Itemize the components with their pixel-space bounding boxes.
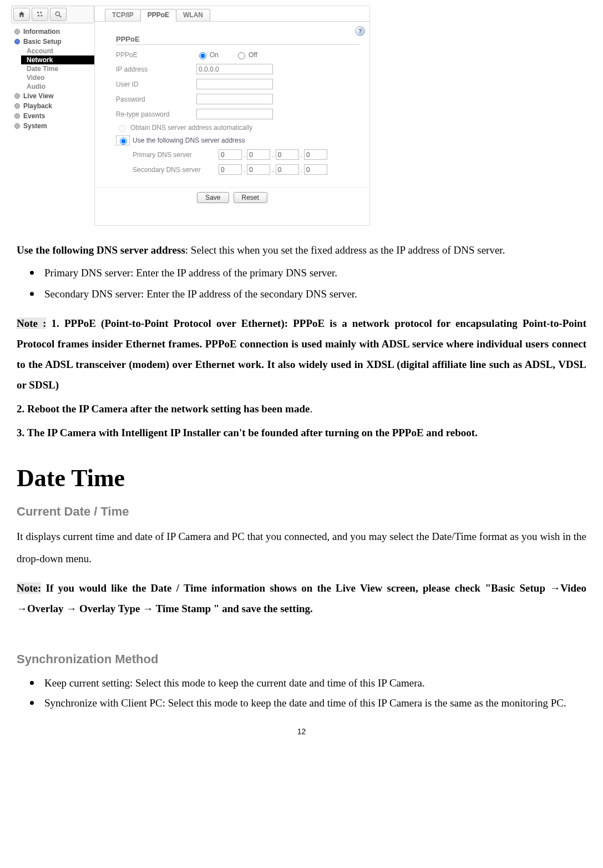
primary-oct3[interactable] — [276, 149, 299, 160]
nav-basic-setup[interactable]: Basic Setup — [11, 37, 94, 47]
bullet-secondary: Secondary DNS server: Enter the IP addre… — [41, 284, 586, 302]
radio-dns-manual-wrap — [116, 135, 130, 145]
nav-label: Playback — [23, 102, 52, 110]
nav-sub-date-time[interactable]: Date Time — [11, 64, 94, 73]
dns-bullets: Primary DNS server: Enter the IP address… — [17, 263, 586, 303]
tab-wlan[interactable]: WLAN — [176, 9, 210, 21]
sync-keep-text: Select this mode to keep the current dat… — [133, 677, 424, 689]
nav-live-view[interactable]: Live View — [11, 91, 94, 101]
label-secondary-dns: Secondary DNS server — [133, 166, 219, 174]
secondary-oct2[interactable] — [247, 164, 270, 175]
nav-label: Events — [23, 112, 45, 120]
secondary-oct3[interactable] — [276, 164, 299, 175]
nav-sub-video[interactable]: Video — [11, 73, 94, 82]
sidebar: Information Basic Setup Account Network … — [11, 6, 94, 132]
nav-label: Information — [23, 28, 60, 36]
dot: . — [272, 151, 273, 159]
dns-auto-label: Obtain DNS server address automatically — [130, 124, 252, 132]
note2-label: Note: — [17, 582, 41, 594]
secondary-oct1[interactable] — [219, 164, 242, 175]
help-icon[interactable]: ? — [355, 26, 365, 36]
dns-sub-rows: Primary DNS server . . . Secondary DNS s… — [116, 147, 359, 177]
note-block-datetime: Note: If you would like the Date / Time … — [17, 578, 586, 619]
radio-dns-auto — [119, 125, 126, 132]
dns-auto[interactable]: Obtain DNS server address automatically — [116, 122, 359, 134]
svg-point-0 — [55, 12, 59, 16]
row-pppoe: PPPoE On Off — [116, 48, 359, 62]
dot: . — [244, 166, 245, 174]
config-panel: TCP/IP PPPoE WLAN ? PPPoE PPPoE On Off I… — [94, 6, 370, 226]
svg-line-1 — [59, 16, 62, 18]
primary-oct1[interactable] — [219, 149, 242, 160]
radio-off-input[interactable] — [238, 52, 245, 59]
nav: Information Basic Setup Account Network … — [11, 26, 94, 132]
pppoe-radio-group: On Off — [196, 51, 257, 59]
nav-information[interactable]: Information — [11, 27, 94, 37]
row-password: Password — [116, 92, 359, 107]
note-block-1: Note : 1. PPPoE (Point-to-Point Protocol… — [17, 313, 586, 395]
tab-tcpip[interactable]: TCP/IP — [105, 9, 141, 21]
input-ip[interactable] — [196, 64, 273, 74]
input-repassword[interactable] — [196, 109, 273, 119]
nav-sub-account[interactable]: Account — [11, 47, 94, 55]
nav-label: System — [23, 122, 47, 130]
dns-manual[interactable]: Use the following DNS server address — [116, 134, 359, 147]
save-button[interactable]: Save — [197, 192, 229, 203]
nav-events[interactable]: Events — [11, 111, 94, 121]
para-current: It displays current time and date of IP … — [17, 526, 586, 570]
radio-dns-manual[interactable] — [120, 138, 127, 145]
sync-pc-bold: Synchronize with Client PC: — [44, 697, 165, 709]
dot: . — [301, 166, 302, 174]
input-password[interactable] — [196, 94, 273, 104]
tab-pppoe[interactable]: PPPoE — [140, 9, 176, 22]
nav-sub-audio[interactable]: Audio — [11, 82, 94, 91]
primary-oct4[interactable] — [304, 149, 327, 160]
sync-pc-text: Select this mode to keep the date and ti… — [165, 697, 566, 709]
subheading-sync: Synchronization Method — [17, 652, 586, 667]
label-ip: IP address — [116, 65, 196, 73]
note2-text: 2. Reboot the IP Camera after the networ… — [17, 403, 310, 415]
label-primary-dns: Primary DNS server — [133, 151, 219, 159]
config-screenshot: Information Basic Setup Account Network … — [11, 6, 586, 226]
input-user[interactable] — [196, 79, 273, 89]
dot: . — [272, 166, 273, 174]
bullet-icon — [14, 39, 20, 44]
bullet-icon — [14, 103, 20, 109]
nav-label: Basic Setup — [23, 38, 62, 46]
radio-on[interactable]: On — [196, 51, 219, 59]
nav-playback[interactable]: Playback — [11, 101, 94, 111]
subheading-current: Current Date / Time — [17, 504, 586, 519]
primary-oct2[interactable] — [247, 149, 270, 160]
home-button[interactable] — [13, 8, 30, 21]
note1-text: 1. PPPoE (Point-to-Point Protocol over E… — [17, 317, 586, 391]
secondary-oct4[interactable] — [304, 164, 327, 175]
doc-para1: Use the following DNS server address: Se… — [17, 240, 586, 260]
row-ip: IP address — [116, 62, 359, 77]
bullet-primary: Primary DNS server: Enter the IP address… — [41, 263, 586, 281]
label-repassword: Re-type password — [116, 110, 196, 118]
page-number: 12 — [17, 727, 586, 736]
dot: . — [244, 151, 245, 159]
nav-system[interactable]: System — [11, 121, 94, 131]
radio-on-input[interactable] — [199, 52, 206, 59]
note2-body: If you would like the Date / Time inform… — [17, 582, 586, 614]
bullet-icon — [14, 123, 20, 129]
search-button[interactable] — [50, 8, 67, 21]
home-icon — [18, 11, 26, 18]
sync-bullet-pc: Synchronize with Client PC: Select this … — [41, 693, 586, 711]
dns-manual-label: Use the following DNS server address — [133, 137, 245, 144]
label-password: Password — [116, 95, 196, 103]
sync-keep-bold: Keep current setting: — [44, 677, 133, 689]
bullet-icon — [14, 93, 20, 99]
sync-bullet-keep: Keep current setting: Select this mode t… — [41, 673, 586, 691]
dot: . — [301, 151, 302, 159]
note2-tail: . — [310, 403, 312, 415]
radio-off[interactable]: Off — [235, 51, 257, 59]
search-icon — [54, 11, 62, 18]
bullet-icon — [14, 29, 20, 34]
reset-button[interactable]: Reset — [234, 192, 267, 203]
row-repassword: Re-type password — [116, 107, 359, 122]
panel-body: PPPoE PPPoE On Off IP address User ID — [95, 22, 369, 181]
tools-button[interactable] — [32, 8, 48, 21]
nav-sub-network[interactable]: Network — [21, 55, 94, 64]
